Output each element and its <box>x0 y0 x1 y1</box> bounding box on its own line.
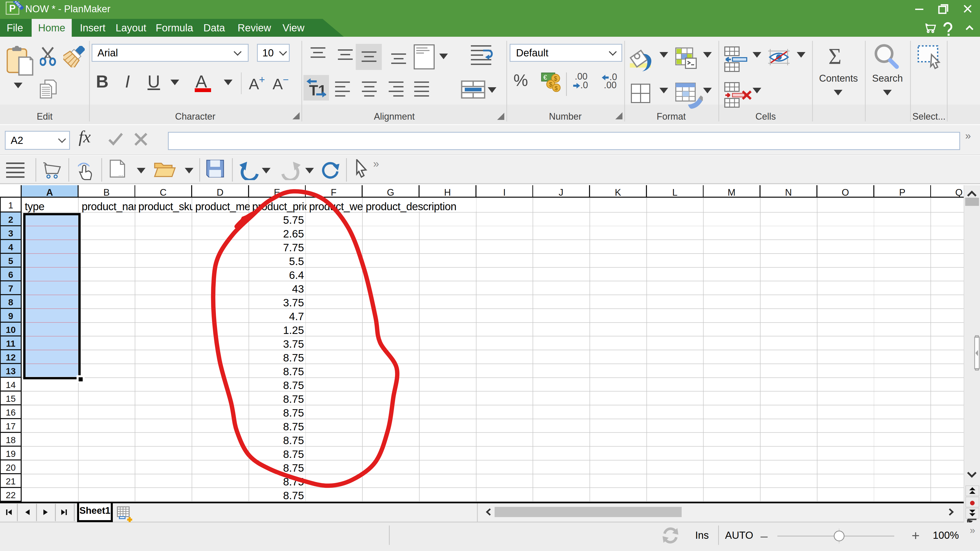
svg-text:$: $ <box>549 81 552 88</box>
svg-text:$: $ <box>554 75 557 82</box>
svg-text:.0: .0 <box>580 80 588 90</box>
svg-text:P: P <box>9 3 16 14</box>
svg-text:.00: .00 <box>604 80 617 90</box>
svg-text:€: € <box>543 73 547 81</box>
svg-text:$: $ <box>555 85 558 91</box>
svg-text:...: ... <box>118 171 123 177</box>
